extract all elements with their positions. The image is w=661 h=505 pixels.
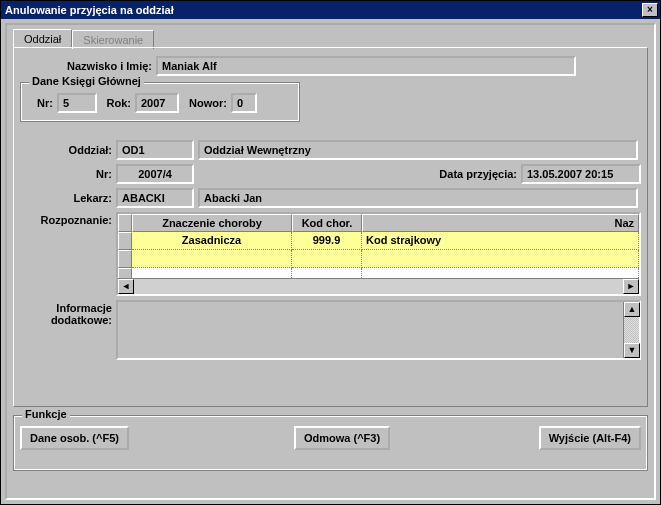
label-oddzial: Oddział: xyxy=(20,144,116,156)
grid-corner xyxy=(118,214,132,232)
scroll-track[interactable] xyxy=(624,317,639,343)
tab-panel: Nazwisko i Imię: Dane Księgi Głównej Nr:… xyxy=(13,47,648,407)
dane-osob-button[interactable]: Dane osob. (^F5) xyxy=(20,426,129,450)
col-naz[interactable]: Naz xyxy=(362,214,639,232)
label-nr-kg: Nr: xyxy=(29,97,57,109)
label-rozpoznanie: Rozpoznanie: xyxy=(20,212,116,226)
rok-field[interactable] xyxy=(135,93,179,113)
row-header-icon xyxy=(118,232,132,250)
scroll-up-icon[interactable]: ▲ xyxy=(624,302,640,317)
oddzial-nazwa-field[interactable] xyxy=(198,140,638,160)
data-przyjecia-field[interactable] xyxy=(521,164,641,184)
label-lekarz: Lekarz: xyxy=(20,192,116,204)
dialog-window: Anulowanie przyjęcia na oddział × Oddzia… xyxy=(0,0,661,505)
info-dodatkowe-memo[interactable]: ▲ ▼ xyxy=(116,300,641,360)
col-znaczenie[interactable]: Znaczenie choroby xyxy=(132,214,292,232)
legend-dane-ksiegi: Dane Księgi Głównej xyxy=(29,75,144,87)
scroll-down-icon[interactable]: ▼ xyxy=(624,343,640,358)
label-nowor: Nowor: xyxy=(179,97,231,109)
cell-naz: Kod strajkowy xyxy=(362,232,639,250)
nowor-field[interactable] xyxy=(231,93,257,113)
lekarz-kod-field[interactable] xyxy=(116,188,194,208)
close-icon[interactable]: × xyxy=(642,3,658,17)
rozpoznanie-grid[interactable]: Znaczenie choroby Kod chor. Naz Zasadnic… xyxy=(116,212,641,296)
window-title: Anulowanie przyjęcia na oddział xyxy=(5,4,642,16)
grid-hscrollbar[interactable]: ◄ ► xyxy=(118,278,639,294)
lekarz-nazwa-field[interactable] xyxy=(198,188,638,208)
nr-field[interactable] xyxy=(116,164,194,184)
wyjscie-button[interactable]: Wyjście (Alt-F4) xyxy=(539,426,641,450)
memo-vscrollbar[interactable]: ▲ ▼ xyxy=(623,302,639,358)
label-rok: Rok: xyxy=(97,97,135,109)
label-nr: Nr: xyxy=(20,168,116,180)
group-dane-ksiegi: Dane Księgi Głównej Nr: Rok: Nowor: xyxy=(20,82,300,122)
tab-strip: Oddział Skierowanie xyxy=(13,29,648,48)
client-area: Oddział Skierowanie Nazwisko i Imię: Dan… xyxy=(5,23,656,500)
label-data-przyjecia: Data przyjęcia: xyxy=(439,168,521,180)
col-kod[interactable]: Kod chor. xyxy=(292,214,362,232)
grid-header: Znaczenie choroby Kod chor. Naz xyxy=(118,214,639,232)
label-info-dodatkowe: Informacje dodatkowe: xyxy=(20,300,116,326)
group-funkcje: Funkcje Dane osob. (^F5) Odmowa (^F3) Wy… xyxy=(13,415,648,471)
cell-kod: 999.9 xyxy=(292,232,362,250)
tab-oddzial[interactable]: Oddział xyxy=(13,29,72,48)
nazwisko-field[interactable] xyxy=(156,56,576,76)
scroll-left-icon[interactable]: ◄ xyxy=(118,279,134,294)
row-header-icon xyxy=(118,250,132,268)
legend-funkcje: Funkcje xyxy=(22,408,70,420)
table-row[interactable]: Zasadnicza 999.9 Kod strajkowy xyxy=(118,232,639,250)
table-row[interactable] xyxy=(118,250,639,268)
cell-znaczenie: Zasadnicza xyxy=(132,232,292,250)
odmowa-button[interactable]: Odmowa (^F3) xyxy=(294,426,390,450)
oddzial-kod-field[interactable] xyxy=(116,140,194,160)
label-nazwisko: Nazwisko i Imię: xyxy=(20,60,156,72)
scroll-right-icon[interactable]: ► xyxy=(623,279,639,294)
titlebar: Anulowanie przyjęcia na oddział × xyxy=(1,1,660,19)
scroll-track[interactable] xyxy=(134,279,623,294)
nr-kg-field[interactable] xyxy=(57,93,97,113)
